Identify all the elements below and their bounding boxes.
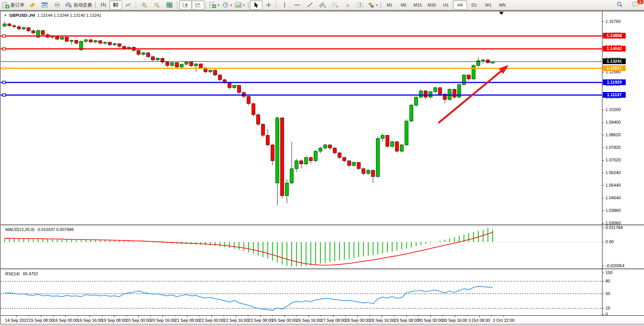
bar-chart-button[interactable]	[97, 0, 109, 10]
zoom-out-button[interactable]	[151, 0, 163, 10]
line-anchor-handle	[3, 94, 5, 96]
zoom-in-icon	[141, 2, 148, 8]
svg-text:A: A	[346, 3, 349, 8]
candle-body	[304, 158, 308, 164]
price-axis-tick: 1.07020	[605, 158, 621, 162]
auto-trading-button-label: 自动交易	[74, 2, 92, 8]
candle-body	[405, 121, 408, 145]
cursor-button[interactable]	[250, 0, 262, 10]
price-axis-tick: 1.09400	[605, 120, 621, 124]
svg-text:F: F	[337, 5, 338, 8]
candle-body	[41, 31, 45, 35]
line-chart-button[interactable]	[122, 0, 135, 10]
market-watch-icon	[29, 2, 35, 8]
template-icon	[235, 2, 242, 8]
horizontal-line-button[interactable]	[291, 0, 304, 10]
svg-text:T: T	[359, 3, 361, 7]
time-axis-label: 16 Sep 00:00	[53, 318, 78, 323]
chevron-down-icon[interactable]: ▼	[4, 14, 7, 17]
timeframe-h1-button[interactable]: H1	[439, 0, 453, 10]
candle-body	[343, 158, 346, 161]
chart-title: ▼ GBPUSD-,H4 1.13144 1.13244 1.13140 1.1…	[4, 13, 101, 18]
chevron-down-icon: ▾	[376, 3, 377, 7]
new-chart-icon	[209, 2, 216, 8]
line-anchor-handle	[3, 48, 5, 50]
trendline-button[interactable]	[304, 0, 316, 10]
candle-body	[237, 85, 241, 92]
candle-body	[127, 47, 131, 48]
candle-body	[22, 27, 26, 29]
chart-canvas[interactable]	[1, 11, 644, 324]
tile-windows-button[interactable]	[163, 0, 176, 10]
signals-button[interactable]	[51, 0, 64, 10]
market-watch-button[interactable]	[26, 0, 39, 10]
notifications-button[interactable]: 1	[629, 0, 642, 10]
candle-body	[185, 62, 188, 64]
toolbar-right: 1	[613, 0, 642, 10]
time-axis-label: 20 Sep 16:00	[150, 318, 175, 323]
candle-body	[70, 40, 73, 41]
candle-body	[434, 88, 437, 92]
auto-scroll-button[interactable]	[192, 0, 204, 10]
crosshair-button[interactable]	[262, 0, 275, 10]
time-axis-label: 28 Sep 16:00	[369, 318, 394, 323]
rsi-axis-tick: 80	[605, 279, 610, 283]
candle-body	[357, 162, 360, 169]
timeframe-toolbar: M1M5M15M30H1H4D1W1MN	[382, 0, 509, 10]
timeframe-d1-button[interactable]: D1	[467, 0, 481, 10]
timeframe-w1-button[interactable]: W1	[481, 0, 495, 10]
candle-body	[180, 64, 183, 67]
macd-signal-line	[5, 232, 493, 265]
candle-body	[27, 27, 30, 31]
toolbar-separator	[136, 1, 137, 9]
templates-button[interactable]: ▾	[233, 0, 246, 10]
candle-body	[280, 118, 284, 196]
macd-axis-tick: 0.00	[605, 239, 613, 244]
price-axis-tick: 1.03860	[605, 208, 621, 213]
candle-chart-icon	[112, 2, 119, 8]
text-button[interactable]: A	[341, 0, 354, 10]
candle-body	[419, 91, 422, 97]
fibonacci-button[interactable]: F	[329, 0, 341, 10]
candle-body	[438, 88, 442, 94]
timeframe-m5-button[interactable]: M5	[397, 0, 411, 10]
timeframe-m30-button[interactable]: M30	[425, 0, 439, 10]
vline-icon	[282, 2, 287, 8]
line-anchor-handle	[3, 35, 5, 37]
search-button[interactable]	[613, 0, 626, 10]
new-order-button[interactable]: 新订单	[1, 0, 26, 10]
zoom-out-icon	[154, 2, 160, 8]
data-window-button[interactable]	[39, 0, 51, 10]
zoom-in-button[interactable]	[138, 0, 151, 10]
chart-shift-button[interactable]	[179, 0, 192, 10]
auto-trading-button[interactable]: 自动交易	[64, 0, 93, 10]
arrows-button[interactable]: ▾	[366, 0, 379, 10]
candle-body	[309, 158, 313, 161]
candle-chart-button[interactable]	[109, 0, 122, 10]
timeframe-mn-button[interactable]: MN	[495, 0, 509, 10]
arrows-icon	[368, 2, 374, 8]
rsi-line	[5, 286, 493, 310]
price-level-badge: 1.11929	[603, 79, 626, 85]
candle-body	[84, 40, 88, 41]
rsi-axis-tick: 50	[605, 291, 610, 296]
rsi-indicator-label: RSI(14) 65.4752	[5, 271, 38, 276]
chart-ohlc-values: 1.13144 1.13244 1.13140 1.13241	[37, 13, 101, 18]
text-label-button[interactable]: T	[354, 0, 366, 10]
timeframe-h4-button[interactable]: H4	[453, 0, 467, 10]
candle-body	[410, 105, 413, 121]
candle-body	[453, 89, 456, 97]
new-chart-button[interactable]: ▾	[208, 0, 221, 10]
timeframe-m15-button[interactable]: M15	[411, 0, 425, 10]
chart-window-icon	[42, 2, 48, 8]
chart-shift-icon	[182, 2, 189, 8]
candle-body	[381, 136, 384, 139]
candle-body	[352, 162, 356, 165]
time-axis-label: 19 Sep 08:00	[101, 318, 126, 323]
equidistant-channel-button[interactable]: E	[316, 0, 329, 10]
periods-button[interactable]: ▾	[221, 0, 233, 10]
vertical-line-button[interactable]	[278, 0, 291, 10]
candle-body	[103, 42, 107, 43]
candle-body	[242, 92, 246, 96]
timeframe-m1-button[interactable]: M1	[382, 0, 397, 10]
